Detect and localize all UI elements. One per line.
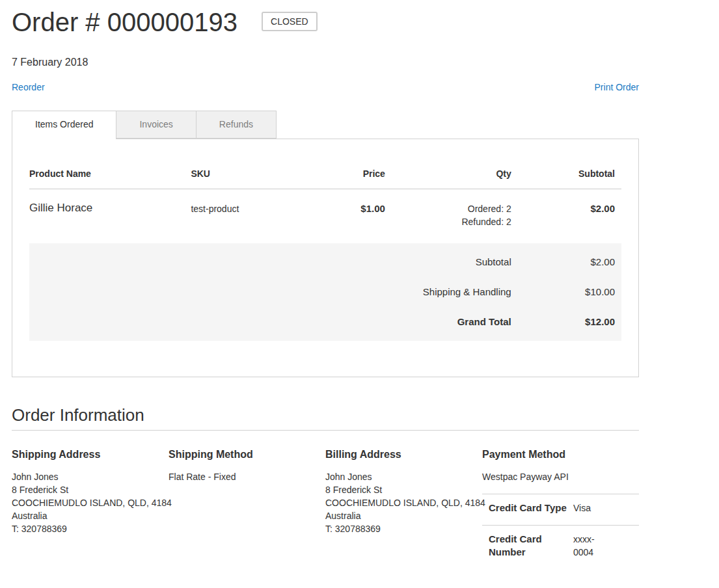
product-name: Gillie Horace bbox=[29, 189, 184, 244]
payment-details-table: Credit Card Type Visa Credit Card Number… bbox=[482, 494, 639, 569]
product-subtotal: $2.00 bbox=[518, 189, 621, 244]
payment-detail-row: Credit Card Number xxxx-0004 bbox=[482, 526, 639, 570]
items-table: Product Name SKU Price Qty Subtotal Gill… bbox=[29, 152, 621, 341]
payment-method-name: Westpac Payway API bbox=[482, 470, 639, 483]
address-line: John Jones bbox=[325, 470, 482, 483]
page-title: Order # 000000193 CLOSED bbox=[12, 9, 639, 35]
shipping-method-title: Shipping Method bbox=[169, 449, 325, 460]
address-line: 8 Frederick St bbox=[325, 483, 482, 496]
shipping-address: John Jones 8 Frederick St COOCHIEMUDLO I… bbox=[12, 470, 169, 535]
address-line: COOCHIEMUDLO ISLAND, QLD, 4184 bbox=[12, 496, 169, 509]
items-ordered-panel: Product Name SKU Price Qty Subtotal Gill… bbox=[12, 139, 639, 377]
credit-card-type-value: Visa bbox=[573, 494, 639, 526]
column-header-sku: SKU bbox=[184, 152, 293, 189]
product-price: $1.00 bbox=[293, 189, 392, 244]
order-date: 7 February 2018 bbox=[12, 57, 639, 68]
billing-address-title: Billing Address bbox=[325, 449, 482, 460]
payment-detail-row: Credit Card Type Visa bbox=[482, 494, 639, 526]
subtotal-label: Subtotal bbox=[29, 243, 518, 277]
tab-items-ordered[interactable]: Items Ordered bbox=[12, 111, 116, 139]
order-number: Order # 000000193 bbox=[12, 8, 237, 36]
credit-card-type-label: Credit Card Type bbox=[482, 494, 573, 526]
shipping-address-title: Shipping Address bbox=[12, 449, 169, 460]
order-view-page: Order # 000000193 CLOSED 7 February 2018… bbox=[12, 9, 639, 588]
items-table-header: Product Name SKU Price Qty Subtotal bbox=[29, 152, 621, 189]
total-row-grand-total: Grand Total $12.00 bbox=[29, 307, 621, 341]
address-line: 8 Frederick St bbox=[12, 483, 169, 496]
total-row-shipping: Shipping & Handling $10.00 bbox=[29, 277, 621, 307]
product-sku: test-product bbox=[184, 189, 293, 244]
billing-address-block: Billing Address John Jones 8 Frederick S… bbox=[325, 431, 482, 569]
shipping-method-block: Shipping Method Flat Rate - Fixed bbox=[169, 431, 325, 569]
qty-ordered: Ordered: 2 bbox=[398, 202, 511, 215]
address-line: Australia bbox=[12, 509, 169, 522]
order-totals: Subtotal $2.00 Shipping & Handling $10.0… bbox=[29, 243, 621, 341]
billing-address: John Jones 8 Frederick St COOCHIEMUDLO I… bbox=[325, 470, 482, 535]
address-line: T: 320788369 bbox=[12, 522, 169, 535]
subtotal-value: $2.00 bbox=[518, 243, 621, 277]
shipping-handling-value: $10.00 bbox=[518, 277, 621, 307]
column-header-qty: Qty bbox=[392, 152, 518, 189]
order-information-title: Order Information bbox=[12, 407, 639, 431]
payment-method-title: Payment Method bbox=[482, 449, 639, 460]
order-status-badge: CLOSED bbox=[262, 12, 318, 31]
column-header-product-name: Product Name bbox=[29, 152, 184, 189]
payment-method-block: Payment Method Westpac Payway API Credit… bbox=[482, 431, 639, 569]
address-line: COOCHIEMUDLO ISLAND, QLD, 4184 bbox=[325, 496, 482, 509]
address-line: John Jones bbox=[12, 470, 169, 483]
address-line: T: 320788369 bbox=[325, 522, 482, 535]
product-qty: Ordered: 2 Refunded: 2 bbox=[392, 189, 518, 244]
order-actions: Reorder Print Order bbox=[12, 83, 639, 92]
order-header: Order # 000000193 CLOSED 7 February 2018… bbox=[12, 9, 639, 92]
order-information-section: Order Information Shipping Address John … bbox=[12, 407, 639, 569]
order-tabs: Items Ordered Invoices Refunds bbox=[12, 111, 639, 139]
print-order-link[interactable]: Print Order bbox=[595, 83, 639, 92]
total-row-subtotal: Subtotal $2.00 bbox=[29, 243, 621, 277]
grand-total-value: $12.00 bbox=[518, 307, 621, 341]
credit-card-number-value: xxxx-0004 bbox=[573, 526, 639, 570]
shipping-method-value: Flat Rate - Fixed bbox=[169, 470, 325, 483]
shipping-handling-label: Shipping & Handling bbox=[29, 277, 518, 307]
column-header-subtotal: Subtotal bbox=[518, 152, 621, 189]
table-row: Gillie Horace test-product $1.00 Ordered… bbox=[29, 189, 621, 244]
shipping-address-block: Shipping Address John Jones 8 Frederick … bbox=[12, 431, 169, 569]
qty-refunded: Refunded: 2 bbox=[398, 215, 511, 228]
order-information-columns: Shipping Address John Jones 8 Frederick … bbox=[12, 431, 639, 569]
credit-card-number-label: Credit Card Number bbox=[482, 526, 573, 570]
column-header-price: Price bbox=[293, 152, 392, 189]
tab-invoices[interactable]: Invoices bbox=[116, 111, 196, 139]
reorder-link[interactable]: Reorder bbox=[12, 83, 45, 92]
tab-refunds[interactable]: Refunds bbox=[196, 111, 277, 139]
grand-total-label: Grand Total bbox=[29, 307, 518, 341]
address-line: Australia bbox=[325, 509, 482, 522]
